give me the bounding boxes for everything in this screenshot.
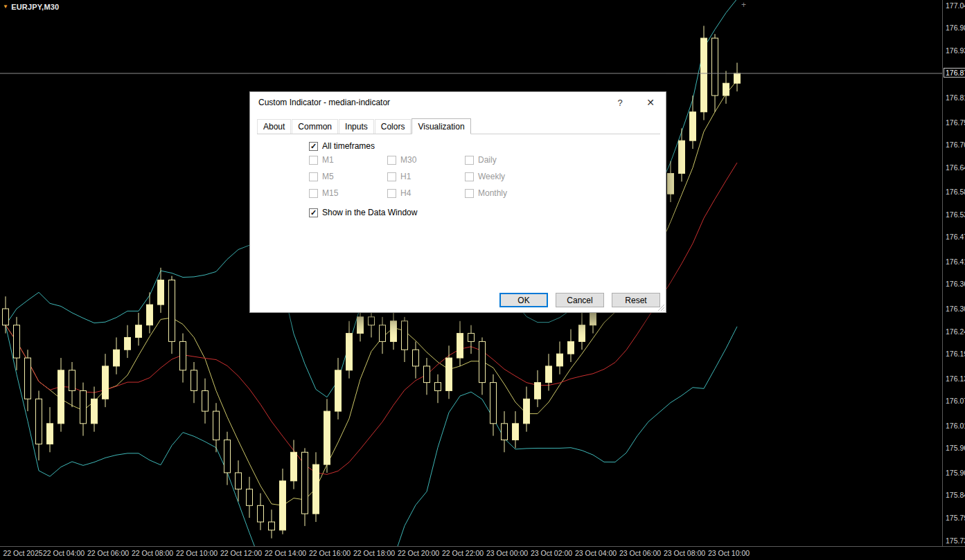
price-axis-label: 176.475 bbox=[946, 233, 965, 241]
candle-body bbox=[58, 370, 64, 424]
candle-body bbox=[568, 341, 574, 354]
checkbox-label: Daily bbox=[478, 155, 497, 165]
chart-shift-marker-icon[interactable]: + bbox=[741, 0, 746, 10]
candle-body bbox=[36, 399, 42, 444]
candle-body bbox=[125, 337, 131, 350]
price-axis-label: 176.130 bbox=[946, 374, 965, 383]
ok-button[interactable]: OK bbox=[499, 293, 548, 307]
checkbox-label: Monthly bbox=[478, 188, 507, 198]
checkbox-h4[interactable]: H4 bbox=[387, 188, 465, 199]
candle-body bbox=[479, 341, 486, 382]
checkbox-h1[interactable]: H1 bbox=[387, 171, 465, 182]
checkbox-m5[interactable]: M5 bbox=[309, 171, 387, 182]
candle-body bbox=[291, 452, 297, 480]
cancel-button[interactable]: Cancel bbox=[556, 293, 604, 307]
candle-body bbox=[546, 366, 552, 383]
candle-body bbox=[435, 383, 441, 391]
price-axis-label: 176.015 bbox=[946, 422, 965, 430]
close-icon[interactable]: ✕ bbox=[639, 93, 662, 111]
candle-body bbox=[424, 366, 430, 383]
time-axis-label: 22 Oct 16:00 bbox=[309, 549, 351, 557]
help-button[interactable]: ? bbox=[609, 93, 631, 111]
candle-body bbox=[723, 83, 729, 96]
price-axis-label: 176.700 bbox=[946, 141, 965, 149]
time-axis[interactable]: 22 Oct 202522 Oct 04:0022 Oct 06:0022 Oc… bbox=[0, 546, 965, 560]
candle-body bbox=[557, 354, 563, 366]
candle-body bbox=[202, 390, 209, 411]
candle-body bbox=[513, 424, 519, 440]
candle-body bbox=[734, 73, 741, 83]
time-axis-label: 22 Oct 10:00 bbox=[176, 549, 218, 557]
time-axis-label: 23 Oct 00:00 bbox=[486, 549, 528, 557]
candle-body bbox=[69, 370, 76, 391]
candle-body bbox=[502, 424, 508, 440]
price-axis-label: 176.930 bbox=[946, 46, 965, 55]
checkbox-box bbox=[465, 189, 474, 198]
candle-body bbox=[14, 325, 20, 358]
checkbox-daily[interactable]: Daily bbox=[465, 154, 569, 165]
candle-body bbox=[446, 358, 452, 390]
time-axis-label: 22 Oct 12:00 bbox=[220, 549, 262, 557]
checkbox-all-timeframes[interactable]: ✓ All timeframes bbox=[309, 141, 375, 152]
time-axis-label: 23 Oct 10:00 bbox=[708, 549, 750, 557]
tab-visualization[interactable]: Visualization bbox=[411, 118, 470, 134]
checkbox-show-in-data-window[interactable]: ✓ Show in the Data Window bbox=[309, 207, 417, 218]
candle-body bbox=[280, 481, 286, 530]
price-axis-label: 176.415 bbox=[946, 258, 965, 266]
candle-body bbox=[91, 399, 98, 424]
tab-about[interactable]: About bbox=[257, 119, 291, 134]
checkbox-monthly[interactable]: Monthly bbox=[465, 188, 569, 199]
candle-body bbox=[103, 366, 109, 399]
tab-colors[interactable]: Colors bbox=[375, 119, 411, 134]
price-scale[interactable]: 176.874 177.040176.985176.930176.815176.… bbox=[942, 0, 965, 546]
checkbox-m15[interactable]: M15 bbox=[309, 188, 387, 199]
checkbox-box bbox=[309, 189, 318, 198]
checkbox-box bbox=[387, 156, 396, 165]
candle-body bbox=[302, 452, 308, 514]
tab-common[interactable]: Common bbox=[292, 119, 338, 134]
candle-body bbox=[3, 309, 9, 325]
candle-body bbox=[690, 112, 696, 141]
candle-body bbox=[524, 399, 530, 424]
candle-body bbox=[679, 141, 685, 173]
checkbox-box bbox=[387, 172, 396, 181]
price-axis-label: 175.735 bbox=[946, 536, 965, 545]
tab-strip: AboutCommonInputsColorsVisualization bbox=[257, 120, 660, 134]
checkbox-m1[interactable]: M1 bbox=[309, 154, 387, 165]
checkbox-label: M30 bbox=[400, 155, 416, 165]
price-axis-label: 176.190 bbox=[946, 350, 965, 358]
candle-body bbox=[535, 383, 541, 399]
checkbox-box bbox=[465, 156, 474, 165]
candle-body bbox=[335, 370, 342, 411]
candle-body bbox=[191, 370, 197, 391]
checkbox-m30[interactable]: M30 bbox=[387, 154, 465, 165]
dialog-titlebar[interactable]: Custom Indicator - median-indicator ? ✕ bbox=[250, 92, 666, 113]
checkbox-weekly[interactable]: Weekly bbox=[465, 171, 569, 182]
candle-body bbox=[579, 325, 585, 342]
candle-body bbox=[213, 411, 220, 440]
candle-body bbox=[357, 317, 364, 334]
candle-body bbox=[136, 325, 142, 338]
time-axis-label: 23 Oct 08:00 bbox=[664, 549, 705, 557]
reset-button[interactable]: Reset bbox=[612, 293, 660, 307]
checkbox-box bbox=[309, 156, 318, 165]
time-axis-label: 23 Oct 04:00 bbox=[575, 549, 617, 557]
time-axis-label: 22 Oct 22:00 bbox=[442, 549, 484, 557]
time-axis-label: 23 Oct 02:00 bbox=[531, 549, 572, 557]
timeframe-checkbox-grid: M1M30DailyM5H1WeeklyM15H4Monthly bbox=[309, 154, 569, 204]
time-axis-label: 22 Oct 04:00 bbox=[43, 549, 85, 557]
tab-inputs[interactable]: Inputs bbox=[339, 119, 374, 134]
price-axis-label: 175.960 bbox=[946, 444, 965, 452]
current-price-tag: 176.874 bbox=[944, 68, 965, 78]
resize-grip[interactable] bbox=[657, 304, 664, 311]
candle-body bbox=[490, 383, 497, 424]
time-axis-label: 22 Oct 2025 bbox=[3, 549, 42, 557]
checkbox-label: Show in the Data Window bbox=[322, 208, 417, 217]
price-axis-label: 176.075 bbox=[946, 397, 965, 405]
custom-indicator-dialog: Custom Indicator - median-indicator ? ✕ … bbox=[249, 91, 666, 313]
candle-body bbox=[258, 505, 264, 522]
price-axis-label: 176.530 bbox=[946, 210, 965, 219]
checkbox-box bbox=[387, 189, 396, 198]
checkbox-label: M15 bbox=[322, 188, 338, 198]
price-axis-label: 176.755 bbox=[946, 118, 965, 127]
